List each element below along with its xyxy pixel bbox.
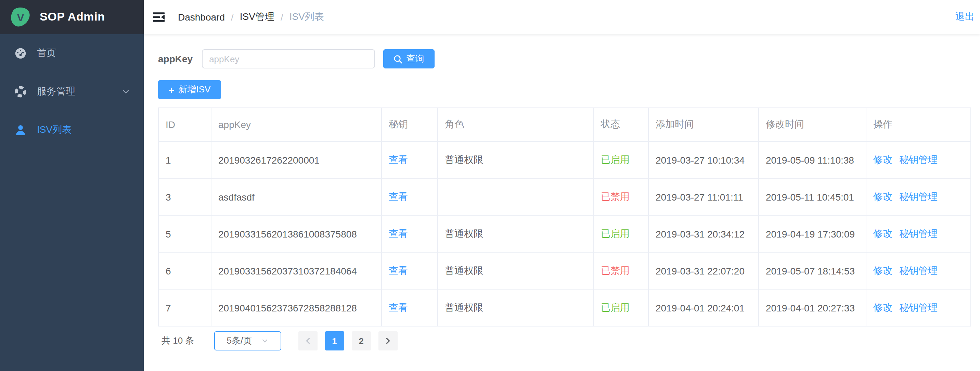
status-badge: 已启用 [601,301,630,312]
cell-create-time: 2019-03-27 10:10:34 [655,154,745,165]
col-header-secret: 秘钥 [382,108,438,141]
cell-id: 7 [165,302,171,313]
col-header-modify-time: 修改时间 [759,108,866,141]
view-secret-link[interactable]: 查看 [389,228,408,239]
cell-modify-time: 2019-04-01 20:27:33 [766,302,855,313]
col-header-actions: 操作 [866,108,971,141]
cell-role: 普通权限 [445,228,483,239]
page-size-select[interactable]: 5条/页 [214,331,281,350]
breadcrumb-separator: / [231,12,234,22]
page-size-value: 5条/页 [227,335,252,347]
view-secret-link[interactable]: 查看 [389,154,408,165]
col-header-status: 状态 [594,108,648,141]
toolbar: + 新增ISV [158,80,970,99]
secret-manage-link[interactable]: 秘钥管理 [899,154,937,165]
isv-table-wrap: ID appKey 秘钥 角色 状态 添加时间 修改时间 操作 1 201903… [158,107,970,326]
sidebar-item-label: 首页 [37,47,56,60]
edit-link[interactable]: 修改 [873,264,892,275]
cell-id: 3 [165,191,171,202]
app-title: SOP Admin [40,10,105,24]
secret-manage-link[interactable]: 秘钥管理 [899,191,937,202]
view-secret-link[interactable]: 查看 [389,301,408,312]
view-secret-link[interactable]: 查看 [389,264,408,275]
chevron-left-icon [304,337,312,345]
sidebar-toggle-button[interactable] [144,0,174,34]
cell-create-time: 2019-03-31 22:07:20 [655,265,745,276]
edit-link[interactable]: 修改 [873,228,892,239]
isv-table: ID appKey 秘钥 角色 状态 添加时间 修改时间 操作 1 201903… [158,107,971,326]
col-header-create-time: 添加时间 [648,108,759,141]
cell-role: 普通权限 [445,154,483,165]
sidebar-item-home[interactable]: 首页 [0,34,144,73]
secret-manage-link[interactable]: 秘钥管理 [899,228,937,239]
cell-id: 1 [165,154,171,165]
status-badge: 已禁用 [601,264,630,275]
search-icon [393,54,402,63]
pager-page-2[interactable]: 2 [352,331,371,350]
table-row: 7 20190401562373672858288128 查看 普通权限 已启用… [158,289,971,326]
secret-manage-link[interactable]: 秘钥管理 [899,301,937,312]
add-isv-button-label: 新增ISV [179,83,211,96]
sidebar-item-isv-list[interactable]: ISV列表 [0,111,144,149]
appkey-search-input[interactable] [202,49,375,68]
search-form: appKey 查询 [158,49,970,68]
breadcrumb-separator: / [281,12,283,22]
table-header-row: ID appKey 秘钥 角色 状态 添加时间 修改时间 操作 [158,108,971,141]
cell-create-time: 2019-03-31 20:34:12 [655,228,745,239]
cell-appkey: 20190331562037310372184064 [218,265,357,276]
pager-next-button[interactable] [378,331,397,350]
logout-link[interactable]: 退出 [955,11,975,23]
secret-manage-link[interactable]: 秘钥管理 [899,264,937,275]
cell-modify-time: 2019-05-09 11:10:38 [766,154,854,165]
sidebar-item-label: ISV列表 [37,124,72,136]
pager-page-1[interactable]: 1 [325,331,344,350]
cell-modify-time: 2019-05-11 10:45:01 [766,191,854,202]
breadcrumb: Dashboard / ISV管理 / ISV列表 [178,11,324,23]
pagination-total: 共 10 条 [162,335,194,347]
app-logo-icon: V [10,6,32,28]
table-row: 1 2019032617262200001 查看 普通权限 已启用 2019-0… [158,141,971,178]
pager-prev-button[interactable] [298,331,317,350]
breadcrumb-item-isv-manage[interactable]: ISV管理 [240,11,274,23]
chevron-right-icon [383,337,392,345]
cell-id: 6 [165,265,171,276]
navbar: Dashboard / ISV管理 / ISV列表 退出 [144,0,980,34]
pager: 1 2 [298,331,397,350]
logo-letter: V [17,12,24,23]
cell-id: 5 [165,228,171,239]
hamburger-icon [152,10,165,24]
status-badge: 已启用 [601,228,630,239]
edit-link[interactable]: 修改 [873,154,892,165]
query-button[interactable]: 查询 [383,49,434,68]
cell-create-time: 2019-03-27 11:01:11 [655,191,743,202]
sidebar: V SOP Admin 首页 [0,0,144,371]
query-button-label: 查询 [406,53,424,65]
cell-appkey: 20190401562373672858288128 [218,302,357,313]
app-root: V SOP Admin 首页 [0,0,980,371]
breadcrumb-item-dashboard[interactable]: Dashboard [178,12,225,22]
cell-modify-time: 2019-05-07 18:14:53 [766,265,855,276]
cell-appkey: asdfasdf [218,191,255,202]
sidebar-item-services[interactable]: 服务管理 [0,73,144,111]
services-icon [14,86,27,98]
search-label: appKey [158,53,192,64]
status-badge: 已启用 [601,154,630,165]
breadcrumb-item-isv-list: ISV列表 [290,11,324,23]
add-isv-button[interactable]: + 新增ISV [158,80,221,99]
edit-link[interactable]: 修改 [873,191,892,202]
table-row: 6 20190331562037310372184064 查看 普通权限 已禁用… [158,252,971,289]
table-row: 5 20190331562013861008375808 查看 普通权限 已启用… [158,215,971,252]
cell-appkey: 20190331562013861008375808 [218,228,357,239]
pagination: 共 10 条 5条/页 1 2 [162,331,970,350]
view-secret-link[interactable]: 查看 [389,191,408,202]
cell-create-time: 2019-04-01 20:24:01 [655,302,745,313]
user-icon [14,124,27,136]
table-row: 3 asdfasdf 查看 已禁用 2019-03-27 11:01:11 20… [158,178,971,215]
cell-role: 普通权限 [445,301,483,312]
cell-appkey: 2019032617262200001 [218,154,320,165]
cell-modify-time: 2019-04-19 17:30:09 [766,228,855,239]
status-badge: 已禁用 [601,191,630,202]
dashboard-icon [14,47,27,60]
col-header-appkey: appKey [211,108,382,141]
edit-link[interactable]: 修改 [873,301,892,312]
